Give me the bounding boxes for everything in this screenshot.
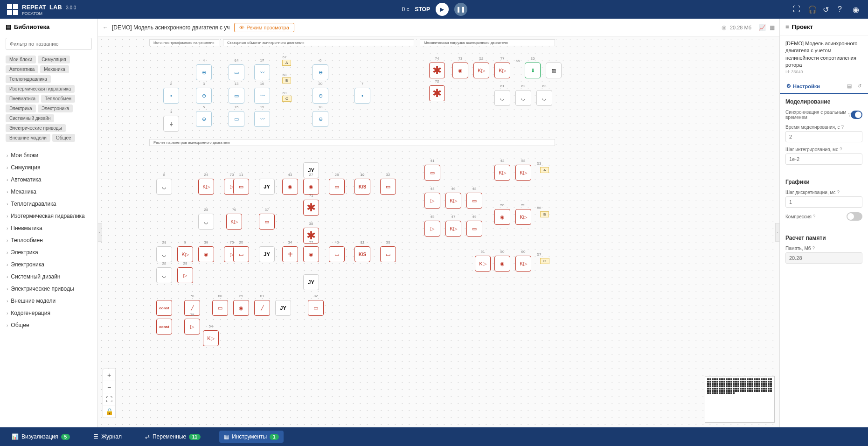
tree-item[interactable]: ›Кодогенерация — [0, 307, 97, 319]
time-input[interactable] — [785, 131, 862, 142]
block-transfer[interactable]: 28▭ — [329, 179, 345, 195]
block-gauge[interactable]: 27◉ — [303, 179, 319, 195]
block-gauge[interactable]: 29◉ — [233, 300, 249, 316]
tag-item[interactable]: Электрика — [6, 105, 36, 112]
block-meter[interactable]: 63◡ — [536, 90, 552, 106]
tree-item[interactable]: ›Электрика — [0, 246, 97, 258]
help-icon[interactable]: ? — [813, 214, 816, 219]
block-meter[interactable]: 22◡ — [156, 267, 172, 283]
tree-item[interactable]: ›Теплообмен — [0, 234, 97, 246]
block-gain[interactable]: 47K▷ — [445, 221, 461, 237]
zoom-in-button[interactable]: + — [103, 369, 115, 381]
tree-item[interactable]: ›Мои блоки — [0, 149, 97, 161]
block-meter[interactable]: 28◡ — [198, 214, 214, 230]
block-output[interactable]: 35⬇ — [525, 63, 541, 78]
block-transfer[interactable]: 41▭ — [424, 165, 440, 181]
block-mult[interactable]: 74✱ — [429, 63, 445, 78]
block-ground[interactable]: 1⏚ — [163, 116, 179, 132]
target-icon[interactable]: ◎ — [722, 24, 726, 31]
block-source[interactable]: 5⊖ — [196, 111, 212, 127]
block-transfer[interactable]: 33▭ — [380, 246, 396, 262]
play-button[interactable]: ▶ — [436, 3, 449, 16]
block-resistor[interactable]: 13▭ — [229, 88, 244, 104]
block-gain[interactable]: 9K▷ — [177, 246, 193, 262]
block-sum[interactable]: 34+ — [282, 246, 298, 262]
block-source[interactable]: 18⊖ — [312, 111, 328, 127]
block-gain[interactable]: 60K▷ — [515, 256, 531, 272]
disc-input[interactable] — [785, 196, 862, 208]
block-slash[interactable]: 81╱ — [254, 300, 270, 316]
footer-journal[interactable]: ☰ Журнал — [89, 431, 126, 443]
block-gauge[interactable]: 43◉ — [282, 179, 298, 195]
block-ks[interactable]: 10K/S — [354, 179, 370, 195]
block-pattern[interactable]: ▨ — [546, 63, 562, 78]
block-mult[interactable]: 71✱ — [303, 200, 319, 216]
block-transfer[interactable]: 32▭ — [380, 179, 396, 195]
tab-info[interactable]: ▤ — [844, 79, 854, 93]
tag-item[interactable]: Электрические приводы — [6, 124, 66, 132]
block-gauge[interactable]: 77◉ — [303, 246, 319, 262]
block-source[interactable]: 6⊖ — [312, 64, 328, 80]
block-resistor[interactable]: 14▭ — [229, 64, 244, 80]
block-source[interactable]: 20⊖ — [312, 88, 328, 104]
tab-history[interactable]: ↺ — [854, 79, 864, 93]
minimap[interactable]: document.write('<div class="mini-block">… — [705, 376, 775, 423]
block-gain[interactable]: 45▷ — [424, 221, 440, 237]
block-gain[interactable]: 79▷ — [184, 319, 200, 334]
help-icon[interactable]: ? — [840, 147, 842, 152]
block-gain[interactable]: 44▷ — [424, 193, 440, 209]
library-filter-input[interactable] — [6, 38, 92, 50]
support-icon[interactable]: 🎧 — [808, 5, 816, 14]
block-gain[interactable]: 54K▷ — [203, 330, 219, 346]
footer-tools[interactable]: ▦ Инструменты 1 — [219, 431, 283, 443]
pause-button[interactable]: ❚❚ — [454, 3, 467, 16]
tag-item[interactable]: Теплогидравлика — [6, 75, 51, 83]
block-inductor[interactable]: 16〰 — [254, 88, 270, 104]
block-transfer[interactable]: 40▭ — [329, 246, 345, 262]
tag-item[interactable]: Пневматика — [6, 95, 39, 103]
tab-settings[interactable]: ⚙ Настройки — [784, 79, 823, 93]
help-icon[interactable]: ? — [841, 125, 844, 130]
memory-input[interactable] — [785, 252, 862, 264]
zoom-out-button[interactable]: − — [103, 381, 115, 393]
block-gain[interactable]: 76K▷ — [226, 214, 242, 230]
tree-item[interactable]: ›Симуляция — [0, 161, 97, 174]
footer-variables[interactable]: ⇄ Переменные 11 — [140, 431, 205, 443]
tree-item[interactable]: ›Электрические приводы — [0, 283, 97, 295]
tag-item[interactable]: Электроника — [38, 105, 73, 112]
tree-item[interactable]: ›Электроника — [0, 258, 97, 271]
tree-item[interactable]: ›Общее — [0, 319, 97, 331]
block-ks[interactable]: 12K/S — [354, 246, 370, 262]
tag-item[interactable]: Механика — [40, 65, 69, 73]
tag-item[interactable]: Мои блоки — [6, 56, 36, 63]
block-mult[interactable]: 72✱ — [429, 85, 445, 101]
grid-icon[interactable]: ▦ — [770, 24, 775, 31]
help-icon[interactable]: ? — [838, 5, 846, 14]
block-gain[interactable]: 52K▷ — [473, 63, 489, 78]
zoom-fit-button[interactable]: ⛶ — [103, 393, 115, 405]
model-canvas[interactable]: Источник трехфазного напряжения Статорны… — [98, 36, 779, 427]
block-source[interactable]: 4⊖ — [196, 64, 212, 80]
block-transfer[interactable]: 80▭ — [212, 300, 228, 316]
block-jy[interactable]: JY — [259, 246, 275, 262]
block-jy[interactable]: JY — [259, 179, 275, 195]
block-gain[interactable]: 24K▷ — [198, 179, 214, 195]
block-gauge[interactable]: 50◉ — [494, 256, 510, 272]
tag-item[interactable]: Системный дизайн — [6, 114, 54, 122]
block-meter[interactable]: 8◡ — [156, 179, 172, 195]
tree-item[interactable]: ›Пневматика — [0, 222, 97, 234]
compression-toggle[interactable] — [847, 212, 862, 221]
block-meter[interactable]: 61◡ — [494, 90, 510, 106]
help-icon[interactable]: ? — [848, 112, 851, 118]
block-inductor[interactable]: 19〰 — [254, 111, 270, 127]
help-icon[interactable]: ? — [837, 190, 840, 195]
block-transfer[interactable]: 11▭ — [233, 179, 249, 195]
block-transfer[interactable]: 25▭ — [233, 246, 249, 262]
block-gain[interactable]: 58K▷ — [515, 165, 531, 181]
tag-item[interactable]: Автоматика — [6, 65, 38, 73]
block-node[interactable]: 7• — [354, 88, 370, 104]
block-meter[interactable]: 62◡ — [515, 90, 531, 106]
tag-item[interactable]: Симуляция — [38, 56, 70, 63]
step-input[interactable] — [785, 153, 862, 165]
block-gain[interactable]: 23▷ — [177, 267, 193, 283]
